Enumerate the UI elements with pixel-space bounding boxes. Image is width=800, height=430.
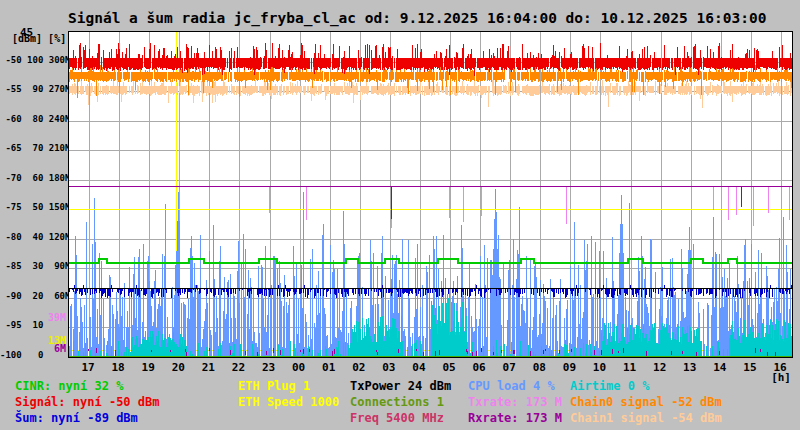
y-axis-row: -60 80 240M	[0, 114, 66, 124]
legend-item-txrate: Txrate: 173 M	[468, 395, 562, 409]
x-axis-hour-label: 15	[743, 361, 756, 374]
x-axis-hour-label: 17	[81, 361, 94, 374]
y-axis-row: -65 70 210M	[0, 143, 66, 153]
y-axis-row: -85 30 90M	[0, 261, 66, 271]
legend-item-chain1: Chain1 signal -54 dBm	[570, 411, 722, 425]
y-axis-row: -50 100 300M	[0, 55, 66, 65]
legend-item-eth: ETH Plug 1	[238, 379, 310, 393]
y-axis-row: -80 40 120M	[0, 232, 66, 242]
monitoring-graph-page: { "title": "Signál a šum radia jc_fryba_…	[0, 0, 800, 430]
y-axis-row: -55 90 270M	[0, 84, 66, 94]
x-axis-hour-label: 19	[142, 361, 155, 374]
x-axis-hour-label: 01	[322, 361, 335, 374]
graph-title: Signál a šum radia jc_fryba_cl_ac od: 9.…	[68, 10, 766, 26]
legend-item-šum: Šum: nyní -89 dBm	[15, 411, 138, 425]
x-axis-hour-label: 11	[623, 361, 636, 374]
legend-item-cpu: CPU load 4 %	[468, 379, 555, 393]
x-axis-unit-label: [h]	[771, 371, 791, 384]
legend-item-connections: Connections 1	[350, 395, 444, 409]
y-axis-row: -90 20 60M	[0, 291, 66, 301]
y-axis-row: -75 50 150M	[0, 202, 66, 212]
x-axis-hour-label: 06	[473, 361, 486, 374]
y-axis-rate-marker: 6M	[0, 343, 66, 354]
x-axis-hour-label: 02	[352, 361, 365, 374]
x-axis-hour-label: 14	[713, 361, 726, 374]
legend-item-rxrate: Rxrate: 173 M	[468, 411, 562, 425]
x-axis-hour-label: 12	[653, 361, 666, 374]
y-axis-top-value: 45	[20, 26, 33, 39]
x-axis-hour-label: 07	[503, 361, 516, 374]
x-axis-hour-label: 21	[202, 361, 215, 374]
y-axis-row: -70 60 180M	[0, 173, 66, 183]
legend-item-cinr: CINR: nyní 32 %	[15, 379, 123, 393]
legend-item-signál: Signál: nyní -50 dBm	[15, 395, 160, 409]
legend-item-eth: ETH Speed 1000	[238, 395, 339, 409]
legend-item-txpower: TxPower 24 dBm	[350, 379, 451, 393]
x-axis-hour-label: 23	[262, 361, 275, 374]
x-axis-hour-label: 20	[172, 361, 185, 374]
x-axis-hour-label: 05	[442, 361, 455, 374]
x-axis-hour-label: 10	[593, 361, 606, 374]
x-axis-hour-label: 22	[232, 361, 245, 374]
legend-item-freq: Freq 5400 MHz	[350, 411, 444, 425]
x-axis-hour-label: 00	[292, 361, 305, 374]
x-axis-hour-label: 08	[533, 361, 546, 374]
legend-item-airtime: Airtime 0 %	[570, 379, 649, 393]
plot-area	[68, 31, 793, 358]
x-axis-hour-label: 13	[683, 361, 696, 374]
x-axis-hour-label: 04	[412, 361, 425, 374]
y-axis-rate-marker: 39M	[0, 312, 66, 323]
x-axis-hour-label: 03	[382, 361, 395, 374]
chart-svg	[69, 32, 792, 357]
legend-item-chain0: Chain0 signal -52 dBm	[570, 395, 722, 409]
x-axis-hour-label: 18	[111, 361, 124, 374]
x-axis-hour-label: 09	[563, 361, 576, 374]
